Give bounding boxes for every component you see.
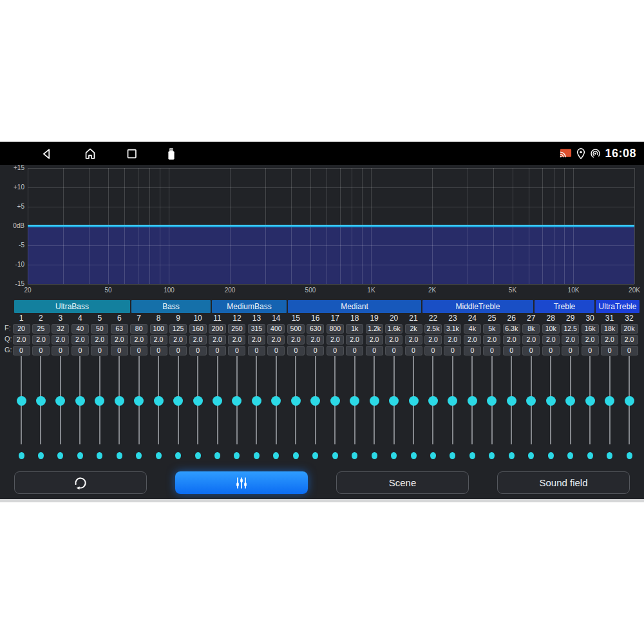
band-group-middletreble[interactable]: MiddleTreble	[422, 300, 533, 313]
freq-chip[interactable]: 400	[267, 324, 285, 334]
slider-knob[interactable]	[310, 396, 320, 406]
freq-chip[interactable]: 315	[248, 324, 265, 334]
gain-chip[interactable]: 0	[267, 346, 285, 355]
gain-chip[interactable]: 0	[130, 346, 147, 355]
freq-chip[interactable]: 16k	[582, 324, 599, 334]
freq-chip[interactable]: 25	[32, 324, 50, 334]
freq-chip[interactable]: 1k	[346, 324, 363, 334]
freq-chip[interactable]: 80	[130, 324, 147, 334]
gain-chip[interactable]: 0	[287, 346, 305, 355]
slider-knob[interactable]	[507, 396, 516, 406]
q-chip[interactable]: 2.0	[228, 335, 245, 345]
gain-chip[interactable]: 0	[621, 346, 638, 355]
slider-knob[interactable]	[625, 396, 634, 406]
gain-chip[interactable]: 0	[483, 346, 500, 355]
freq-chip[interactable]: 125	[169, 324, 187, 334]
q-chip[interactable]: 2.0	[307, 335, 324, 345]
band-group-mediant[interactable]: Mediant	[288, 300, 421, 313]
freq-chip[interactable]: 2.5k	[424, 324, 442, 334]
q-chip[interactable]: 2.0	[601, 335, 618, 345]
gain-chip[interactable]: 0	[52, 346, 69, 355]
band-group-ultratreble[interactable]: UltraTreble	[596, 300, 639, 313]
slider-knob[interactable]	[17, 396, 26, 406]
slider-knob[interactable]	[330, 396, 340, 406]
gain-chip[interactable]: 0	[307, 346, 324, 355]
q-chip[interactable]: 2.0	[582, 335, 599, 345]
gain-chip[interactable]: 0	[444, 346, 461, 355]
freq-chip[interactable]: 100	[150, 324, 167, 334]
gain-chip[interactable]: 0	[601, 346, 618, 355]
q-chip[interactable]: 2.0	[32, 335, 50, 345]
freq-chip[interactable]: 630	[307, 324, 324, 334]
q-chip[interactable]: 2.0	[444, 335, 461, 345]
slider-knob[interactable]	[134, 396, 144, 406]
q-chip[interactable]: 2.0	[150, 335, 167, 345]
q-chip[interactable]: 2.0	[209, 335, 226, 345]
slider-knob[interactable]	[350, 396, 359, 406]
slider-knob[interactable]	[95, 396, 104, 406]
slider-knob[interactable]	[252, 396, 261, 406]
freq-chip[interactable]: 18k	[601, 324, 618, 334]
band-group-treble[interactable]: Treble	[535, 300, 594, 313]
gain-chip[interactable]: 0	[464, 346, 481, 355]
q-chip[interactable]: 2.0	[248, 335, 265, 345]
q-chip[interactable]: 2.0	[111, 335, 128, 345]
q-chip[interactable]: 2.0	[405, 335, 422, 345]
gain-chip[interactable]: 0	[582, 346, 599, 355]
slider-knob[interactable]	[370, 396, 379, 406]
slider-knob[interactable]	[546, 396, 556, 406]
q-chip[interactable]: 2.0	[91, 335, 108, 345]
freq-chip[interactable]: 250	[228, 324, 245, 334]
gain-chip[interactable]: 0	[562, 346, 579, 355]
q-chip[interactable]: 2.0	[13, 335, 30, 345]
band-group-bass[interactable]: Bass	[131, 300, 211, 313]
freq-chip[interactable]: 200	[209, 324, 226, 334]
freq-chip[interactable]: 50	[91, 324, 108, 334]
slider-knob[interactable]	[468, 396, 477, 406]
slider-knob[interactable]	[526, 396, 536, 406]
slider-knob[interactable]	[36, 396, 46, 406]
usb-icon[interactable]	[164, 147, 178, 161]
slider-knob[interactable]	[448, 396, 457, 406]
recents-icon[interactable]	[125, 147, 139, 161]
q-chip[interactable]: 2.0	[424, 335, 442, 345]
freq-chip[interactable]: 3.1k	[444, 324, 461, 334]
gain-chip[interactable]: 0	[405, 346, 422, 355]
slider-knob[interactable]	[487, 396, 497, 406]
gain-chip[interactable]: 0	[327, 346, 344, 355]
reset-button[interactable]	[14, 471, 147, 494]
gain-chip[interactable]: 0	[503, 346, 520, 355]
freq-chip[interactable]: 6.3k	[503, 324, 520, 334]
back-icon[interactable]	[40, 147, 54, 161]
q-chip[interactable]: 2.0	[169, 335, 187, 345]
scene-button[interactable]: Scene	[336, 471, 469, 494]
gain-chip[interactable]: 0	[189, 346, 207, 355]
freq-chip[interactable]: 800	[327, 324, 344, 334]
q-chip[interactable]: 2.0	[385, 335, 402, 345]
q-chip[interactable]: 2.0	[483, 335, 500, 345]
freq-chip[interactable]: 5k	[483, 324, 500, 334]
slider-knob[interactable]	[389, 396, 399, 406]
q-chip[interactable]: 2.0	[52, 335, 69, 345]
q-chip[interactable]: 2.0	[189, 335, 207, 345]
q-chip[interactable]: 2.0	[267, 335, 285, 345]
freq-chip[interactable]: 32	[52, 324, 69, 334]
freq-chip[interactable]: 160	[189, 324, 207, 334]
slider-knob[interactable]	[213, 396, 222, 406]
gain-chip[interactable]: 0	[542, 346, 560, 355]
gain-chip[interactable]: 0	[32, 346, 50, 355]
slider-knob[interactable]	[154, 396, 164, 406]
slider-knob[interactable]	[115, 396, 124, 406]
gain-chip[interactable]: 0	[150, 346, 167, 355]
eq-curve-line[interactable]	[28, 225, 634, 227]
freq-chip[interactable]: 2k	[405, 324, 422, 334]
q-chip[interactable]: 2.0	[71, 335, 89, 345]
gain-chip[interactable]: 0	[385, 346, 402, 355]
q-chip[interactable]: 2.0	[346, 335, 363, 345]
q-chip[interactable]: 2.0	[130, 335, 147, 345]
q-chip[interactable]: 2.0	[522, 335, 540, 345]
slider-knob[interactable]	[75, 396, 85, 406]
gain-chip[interactable]: 0	[346, 346, 363, 355]
gain-chip[interactable]: 0	[209, 346, 226, 355]
slider-knob[interactable]	[232, 396, 242, 406]
